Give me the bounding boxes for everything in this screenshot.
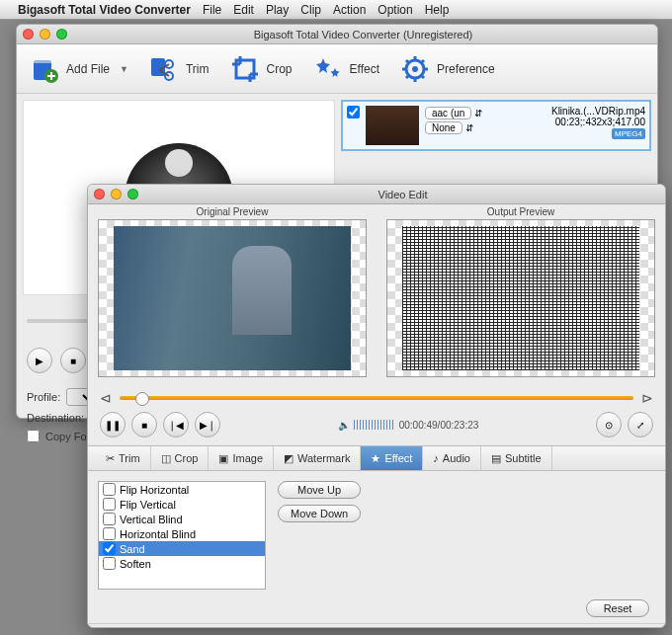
tab-trim[interactable]: ✂Trim <box>96 446 151 470</box>
controls-row: ❚❚ ■ ❘◀ ▶❘ 🔈 00:00:49/00:23:23 ⊙ ⤢ <box>88 410 665 439</box>
trim-label: Trim <box>186 62 210 76</box>
mac-menubar: Bigasoft Total Video Converter File Edit… <box>0 0 672 20</box>
trim-button[interactable]: Trim <box>148 53 210 85</box>
trim-end-handle[interactable]: ⊳ <box>641 390 653 406</box>
effect-list[interactable]: Flip Horizontal Flip Vertical Vertical B… <box>98 481 266 590</box>
scrub-row: ⊲ ⊳ <box>88 386 665 410</box>
stop-button[interactable]: ■ <box>60 348 86 373</box>
file-checkbox[interactable] <box>347 106 360 119</box>
next-frame-button[interactable]: ▶❘ <box>195 412 220 437</box>
video-edit-window: Video Edit Original Preview Output Previ… <box>87 184 666 628</box>
effect-checkbox[interactable] <box>103 513 116 525</box>
main-toolbar: Add File ▼ Trim Crop Effect Preference <box>17 44 657 94</box>
dialog-bottom: Reset All Cancel OK <box>88 623 665 635</box>
add-file-label: Add File <box>66 62 110 76</box>
format-badge: MPEG4 <box>612 128 645 139</box>
tab-crop[interactable]: ◫Crop <box>151 446 210 470</box>
svg-point-8 <box>412 66 418 72</box>
tab-watermark[interactable]: ◩Watermark <box>274 446 361 470</box>
main-title: Bigasoft Total Video Converter (Unregist… <box>75 29 651 40</box>
copy-folder-checkbox[interactable] <box>27 430 40 442</box>
menu-clip[interactable]: Clip <box>300 3 321 17</box>
effect-checkbox[interactable] <box>103 483 116 496</box>
snapshot-button[interactable]: ⊙ <box>596 412 622 437</box>
close-icon[interactable] <box>94 189 105 199</box>
audio-select[interactable]: aac (un <box>425 107 471 119</box>
effect-option[interactable]: Vertical Blind <box>99 512 265 526</box>
audio-icon: ♪ <box>433 452 439 464</box>
close-icon[interactable] <box>23 29 34 40</box>
menu-edit[interactable]: Edit <box>233 3 254 17</box>
menu-play[interactable]: Play <box>266 3 289 17</box>
main-titlebar: Bigasoft Total Video Converter (Unregist… <box>17 25 657 44</box>
effect-option[interactable]: Sand <box>99 541 265 556</box>
add-file-button[interactable]: Add File ▼ <box>29 53 128 85</box>
star-icon: ★ <box>371 452 380 465</box>
tab-image[interactable]: ▣Image <box>209 446 274 470</box>
file-duration: 00:23;:432x3;417.00 <box>551 117 645 127</box>
crop-icon: ◫ <box>161 452 171 465</box>
menu-help[interactable]: Help <box>425 3 450 17</box>
zoom-icon[interactable] <box>56 29 67 40</box>
tab-effect[interactable]: ★Effect <box>361 446 423 470</box>
effect-checkbox[interactable] <box>103 527 116 540</box>
fullscreen-button[interactable]: ⤢ <box>628 412 653 437</box>
crop-icon <box>229 53 261 85</box>
edit-title: Video Edit <box>146 189 659 200</box>
preference-label: Preference <box>437 62 495 76</box>
crop-button[interactable]: Crop <box>229 53 293 85</box>
effect-option[interactable]: Flip Vertical <box>99 497 265 512</box>
add-file-icon <box>29 53 60 85</box>
trim-start-handle[interactable]: ⊲ <box>100 390 112 406</box>
tab-audio[interactable]: ♪Audio <box>423 446 481 470</box>
edit-titlebar: Video Edit <box>88 185 665 204</box>
stars-icon <box>312 53 344 85</box>
output-preview-label: Output Preview <box>487 204 554 219</box>
time-display: 00:00:49/00:23:23 <box>399 420 479 431</box>
chevron-down-icon[interactable]: ▼ <box>120 64 128 74</box>
subtitle-select[interactable]: None <box>425 121 462 134</box>
output-preview <box>386 219 655 377</box>
play-button[interactable]: ▶ <box>27 348 52 373</box>
destination-label: Destination: <box>27 412 84 424</box>
menubar-appname[interactable]: Bigasoft Total Video Converter <box>18 3 191 17</box>
prev-frame-button[interactable]: ❘◀ <box>163 412 189 437</box>
effect-checkbox[interactable] <box>103 542 116 555</box>
preference-button[interactable]: Preference <box>399 53 495 85</box>
effect-option[interactable]: Horizontal Blind <box>99 526 265 541</box>
menu-file[interactable]: File <box>203 3 221 17</box>
menu-action[interactable]: Action <box>333 3 366 17</box>
crop-label: Crop <box>267 62 293 76</box>
zoom-icon[interactable] <box>127 189 138 199</box>
minimize-icon[interactable] <box>40 29 50 40</box>
edit-tabbar: ✂Trim ◫Crop ▣Image ◩Watermark ★Effect ♪A… <box>88 445 665 471</box>
image-icon: ▣ <box>218 452 228 465</box>
effect-option[interactable]: Soften <box>99 556 265 571</box>
move-down-button[interactable]: Move Down <box>278 505 361 522</box>
effect-option[interactable]: Flip Horizontal <box>99 482 265 497</box>
subtitle-icon: ▤ <box>491 452 501 465</box>
file-name: Klinika.(...VDRip.mp4 <box>551 106 645 117</box>
file-item[interactable]: aac (un ⇵ None ⇵ Klinika.(...VDRip.mp4 0… <box>341 100 651 151</box>
volume-slider[interactable] <box>354 420 393 430</box>
file-thumbnail <box>366 106 419 145</box>
speaker-icon: 🔈 <box>338 420 350 431</box>
stop-button[interactable]: ■ <box>131 412 157 437</box>
minimize-icon[interactable] <box>111 189 122 199</box>
profile-label: Profile: <box>27 391 60 403</box>
move-up-button[interactable]: Move Up <box>278 481 361 499</box>
menu-option[interactable]: Option <box>378 3 412 17</box>
preview-row: Original Preview Output Preview <box>88 204 665 386</box>
effect-checkbox[interactable] <box>103 557 116 570</box>
scrub-bar[interactable] <box>120 396 633 400</box>
scissors-icon <box>148 53 180 85</box>
gear-icon <box>399 53 431 85</box>
tab-subtitle[interactable]: ▤Subtitle <box>481 446 552 470</box>
effect-checkbox[interactable] <box>103 498 116 511</box>
reset-button[interactable]: Reset <box>586 599 649 617</box>
original-preview <box>98 219 367 377</box>
effect-button[interactable]: Effect <box>312 53 379 85</box>
pause-button[interactable]: ❚❚ <box>100 412 126 437</box>
original-preview-label: Original Preview <box>197 204 269 219</box>
volume-control[interactable]: 🔈 <box>338 420 393 431</box>
